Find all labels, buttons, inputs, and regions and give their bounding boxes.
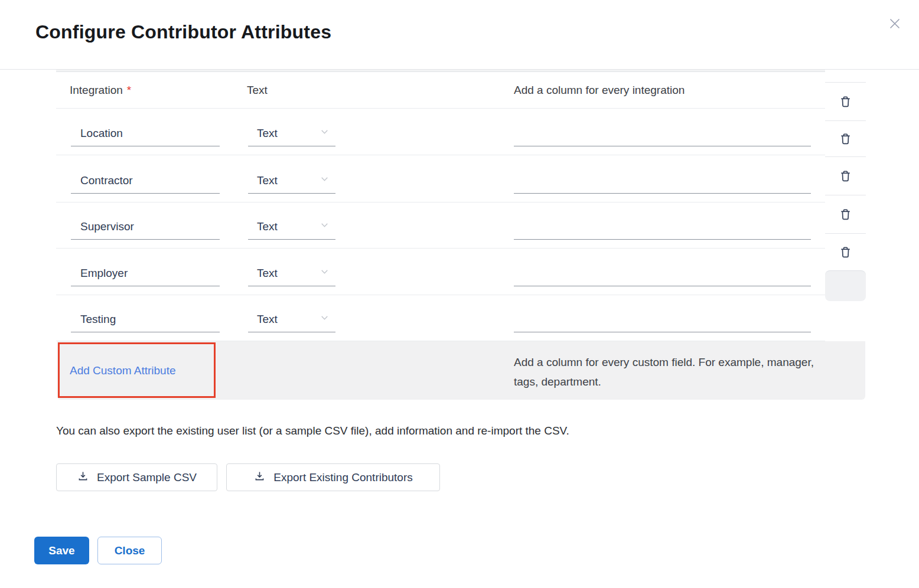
delete-cell [825,233,866,270]
trash-icon [839,177,852,185]
column-mapping-input[interactable] [514,127,811,146]
column-mapping-input[interactable] [514,174,811,194]
attribute-name-input[interactable] [71,174,220,194]
table-row: Text [56,109,825,155]
delete-row-button[interactable] [836,243,855,262]
trash-icon [839,215,852,224]
attribute-name-input[interactable] [71,220,220,240]
custom-field-description: Add a column for every custom field. For… [514,352,827,391]
column-mapping-input[interactable] [514,267,811,286]
required-asterisk: * [127,84,131,97]
trash-icon [839,139,852,148]
add-custom-attribute-row: Add Custom Attribute Add a column for ev… [57,341,865,400]
download-icon [253,470,266,485]
attribute-type-select[interactable]: Text [248,262,335,286]
attribute-type-select[interactable]: Text [248,122,335,146]
table-row-integration: Integration* Text Add a column for every… [56,72,825,109]
attribute-name-label: Integration* [70,72,131,108]
chevron-down-icon [320,220,330,233]
export-note: You can also export the existing user li… [56,424,569,437]
column-mapping-input[interactable] [514,220,811,240]
table-row: Text [56,295,825,341]
attribute-name-input[interactable] [71,127,220,146]
delete-row-button[interactable] [836,92,855,112]
close-icon [886,25,904,34]
delete-row-button[interactable] [836,205,855,224]
column-mapping-input[interactable] [514,313,811,332]
dialog-close-button[interactable] [885,14,905,34]
delete-cell [825,120,866,156]
attribute-name-input[interactable] [71,313,220,332]
save-button[interactable]: Save [34,537,89,564]
attribute-type-select[interactable]: Text [248,169,335,194]
chevron-down-icon [320,267,330,279]
close-button[interactable]: Close [97,537,162,564]
attribute-type-label: Text [247,72,268,108]
table-row: Text [56,155,825,202]
attribute-name-input[interactable] [71,267,220,286]
add-custom-attribute-link[interactable]: Add Custom Attribute [70,341,176,400]
integration-column-description: Add a column for every integration [514,72,685,108]
attribute-type-select[interactable]: Text [248,215,335,240]
table-row: Text [56,249,825,295]
export-existing-contributors-button[interactable]: Export Existing Contributors [226,463,440,491]
table-row: Text [56,202,825,249]
chevron-down-icon [320,127,330,139]
delete-cell [825,82,866,120]
trash-icon [839,102,852,111]
delete-cell [825,195,866,233]
attribute-type-select[interactable]: Text [248,308,335,332]
download-icon [77,470,89,485]
chevron-down-icon [320,174,330,187]
delete-row-button[interactable] [836,129,855,149]
configure-contributor-attributes-dialog: Configure Contributor Attributes Integra… [0,0,919,588]
delete-cell [825,156,866,195]
export-sample-csv-button[interactable]: Export Sample CSV [56,463,217,491]
delete-row-button[interactable] [836,166,855,186]
delete-cell-disabled [825,270,866,301]
page-title: Configure Contributor Attributes [35,21,331,43]
chevron-down-icon [320,313,330,325]
trash-icon [839,253,852,262]
